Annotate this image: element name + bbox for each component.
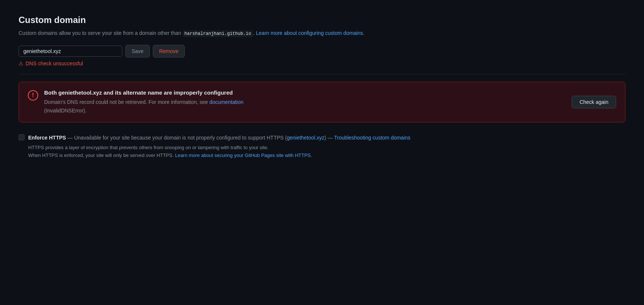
learn-more-link[interactable]: Learn more about configuring custom doma… — [256, 30, 363, 36]
https-title-row: Enforce HTTPS — Unavailable for your sit… — [19, 134, 625, 142]
https-description: HTTPS provides a layer of encryption tha… — [28, 144, 625, 160]
remove-button[interactable]: Remove — [153, 45, 185, 58]
https-label: Enforce HTTPS — Unavailable for your sit… — [28, 134, 410, 142]
troubleshooting-link[interactable]: Troubleshooting custom domains — [334, 135, 411, 141]
enforce-https-checkbox[interactable] — [19, 134, 24, 140]
error-icon: ! — [28, 90, 38, 101]
dns-error-status: ⚠ DNS check unsuccessful — [19, 60, 625, 66]
domain-link[interactable]: geniethetool.xyz — [287, 135, 324, 141]
https-section: Enforce HTTPS — Unavailable for your sit… — [19, 134, 625, 160]
page-title: Custom domain — [19, 15, 625, 25]
warning-icon: ⚠ — [19, 60, 23, 66]
documentation-link[interactable]: documentation — [209, 99, 243, 105]
domain-input-row: Save Remove — [19, 45, 625, 58]
domain-code: harshalranjhani.github.io — [183, 30, 253, 37]
error-title: Both geniethetool.xyz and its alternate … — [44, 89, 243, 96]
learn-more-https-link[interactable]: Learn more about securing your GitHub Pa… — [175, 152, 311, 158]
dns-error-text: DNS check unsuccessful — [26, 60, 83, 66]
error-body: Domain's DNS record could not be retriev… — [44, 98, 243, 115]
error-box-left: ! Both geniethetool.xyz and its alternat… — [28, 89, 243, 115]
save-button[interactable]: Save — [125, 45, 150, 58]
check-again-button[interactable]: Check again — [572, 96, 616, 108]
error-box: ! Both geniethetool.xyz and its alternat… — [19, 82, 625, 122]
domain-input[interactable] — [19, 46, 122, 57]
error-content: Both geniethetool.xyz and its alternate … — [44, 89, 243, 115]
page-description: Custom domains allow you to serve your s… — [19, 29, 625, 37]
divider — [19, 74, 625, 74]
